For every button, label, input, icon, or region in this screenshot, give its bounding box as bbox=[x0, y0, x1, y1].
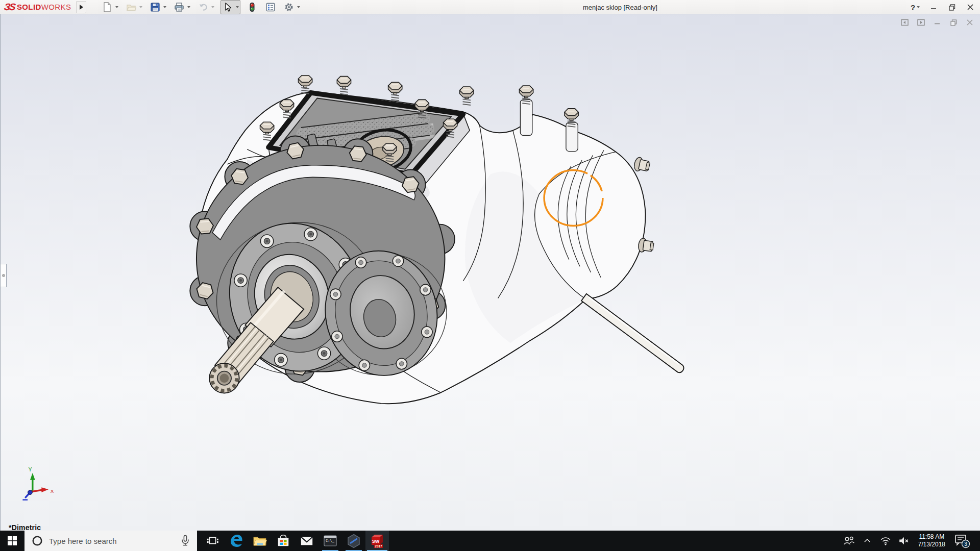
task-view-button[interactable] bbox=[201, 531, 225, 551]
chevron-up-icon bbox=[862, 535, 873, 546]
close-button[interactable] bbox=[963, 1, 978, 13]
start-button[interactable] bbox=[0, 531, 24, 551]
action-center-icon: 3 bbox=[953, 532, 970, 549]
tray-expand-button[interactable] bbox=[859, 531, 875, 551]
select-cursor-icon bbox=[223, 2, 233, 12]
save-button[interactable] bbox=[149, 1, 162, 14]
restore-button[interactable] bbox=[944, 1, 960, 13]
undo-button[interactable] bbox=[197, 1, 210, 14]
windows-logo-icon bbox=[8, 536, 17, 545]
volume-button[interactable] bbox=[896, 531, 912, 551]
search-placeholder: Type here to search bbox=[49, 537, 174, 545]
graphics-area[interactable]: Y X bbox=[0, 14, 980, 531]
undo-dropdown[interactable] bbox=[210, 1, 215, 14]
titlebar: ЗS SOLIDWORKS bbox=[0, 0, 980, 14]
doc-restore-icon bbox=[950, 19, 957, 26]
store-icon bbox=[276, 534, 290, 548]
save-floppy-icon bbox=[150, 2, 160, 12]
options-button[interactable] bbox=[282, 1, 296, 14]
doc-minimize-icon bbox=[934, 19, 940, 26]
print-dropdown[interactable] bbox=[186, 1, 191, 14]
taskbar-clock[interactable]: 11:58 AM 7/13/2018 bbox=[914, 533, 949, 548]
window-controls: ? bbox=[908, 0, 978, 14]
new-document-dropdown[interactable] bbox=[114, 1, 119, 14]
action-center-button[interactable]: 3 bbox=[951, 531, 972, 551]
select-tool-dropdown[interactable] bbox=[234, 1, 240, 14]
svg-text:C:\_: C:\_ bbox=[326, 539, 335, 543]
taskbar-app-edge[interactable] bbox=[225, 531, 248, 551]
minimize-icon bbox=[930, 4, 937, 10]
new-document-button[interactable] bbox=[101, 1, 114, 14]
notification-badge: 3 bbox=[964, 541, 967, 547]
volume-muted-icon bbox=[898, 535, 910, 547]
solidworks-window: ЗS SOLIDWORKS bbox=[0, 0, 980, 551]
mail-icon bbox=[300, 534, 314, 548]
wifi-icon bbox=[879, 535, 892, 547]
edge-icon bbox=[229, 533, 244, 548]
task-view-icon bbox=[206, 534, 220, 548]
help-dropdown-icon bbox=[917, 6, 920, 8]
pane-right-icon bbox=[917, 19, 925, 26]
save-dropdown[interactable] bbox=[162, 1, 167, 14]
open-folder-icon bbox=[126, 2, 136, 12]
triad-x-label: X bbox=[51, 488, 54, 494]
pane-right-button[interactable] bbox=[915, 17, 927, 28]
document-title: menjac sklop [Read-only] bbox=[583, 4, 657, 11]
clock-time: 11:58 AM bbox=[919, 533, 944, 541]
microphone-icon[interactable] bbox=[179, 534, 192, 548]
rebuild-traffic-light-icon bbox=[247, 2, 257, 12]
pane-left-button[interactable] bbox=[898, 17, 911, 28]
doc-minimize-button[interactable] bbox=[931, 17, 943, 28]
open-document-button[interactable] bbox=[125, 1, 138, 14]
print-button[interactable] bbox=[173, 1, 186, 14]
taskbar-app-store[interactable] bbox=[272, 531, 295, 551]
options-gear-icon bbox=[284, 2, 294, 12]
system-tray: 11:58 AM 7/13/2018 3 bbox=[841, 531, 980, 551]
solidworks-logo: ЗS SOLIDWORKS bbox=[0, 0, 76, 14]
hexagon-app-icon bbox=[346, 533, 361, 548]
solidworks-app-icon: SW 2017 bbox=[370, 533, 385, 548]
command-prompt-icon: C:\_ bbox=[323, 533, 338, 548]
close-icon bbox=[967, 4, 973, 10]
pane-left-icon bbox=[901, 19, 909, 26]
taskbar-app-hex[interactable] bbox=[342, 531, 365, 551]
orientation-triad: Y X bbox=[22, 466, 54, 499]
doc-close-icon bbox=[967, 19, 973, 26]
select-tool-button[interactable] bbox=[221, 1, 234, 14]
doc-close-button[interactable] bbox=[964, 17, 976, 28]
taskbar-app-mail[interactable] bbox=[295, 531, 318, 551]
open-document-dropdown[interactable] bbox=[138, 1, 143, 14]
solidworks-brand-text: SOLIDWORKS bbox=[17, 3, 71, 11]
undo-icon bbox=[198, 2, 208, 12]
feature-panel-collapsed-tab[interactable] bbox=[1, 264, 7, 287]
taskbar-search[interactable]: Type here to search bbox=[24, 531, 197, 551]
file-properties-icon bbox=[265, 2, 276, 12]
clock-date: 7/13/2018 bbox=[918, 541, 945, 548]
print-icon bbox=[174, 2, 184, 12]
network-button[interactable] bbox=[877, 531, 894, 551]
gearbox-model[interactable] bbox=[190, 76, 683, 404]
svg-text:SW: SW bbox=[372, 539, 380, 544]
help-button[interactable]: ? bbox=[908, 1, 923, 13]
panel-tab-grip-icon bbox=[2, 274, 5, 277]
taskbar-apps: C:\_ SW 2017 bbox=[201, 531, 389, 551]
doc-restore-button[interactable] bbox=[947, 17, 960, 28]
toolbar-flyout-button[interactable] bbox=[76, 1, 86, 13]
rebuild-button[interactable] bbox=[246, 1, 259, 14]
taskbar-app-command-prompt[interactable]: C:\_ bbox=[318, 531, 342, 551]
file-properties-button[interactable] bbox=[264, 1, 277, 14]
people-button[interactable] bbox=[841, 531, 857, 551]
model-canvas[interactable]: Y X bbox=[1, 14, 980, 531]
taskbar-app-solidworks[interactable]: SW 2017 bbox=[365, 531, 389, 551]
windows-taskbar: Type here to search bbox=[0, 531, 980, 551]
flyout-arrow-icon bbox=[80, 5, 83, 10]
quick-access-toolbar bbox=[101, 0, 305, 14]
svg-text:2017: 2017 bbox=[375, 544, 382, 548]
taskbar-app-file-explorer[interactable] bbox=[248, 531, 272, 551]
solidworks-logo-icon: ЗS bbox=[3, 2, 15, 13]
options-dropdown[interactable] bbox=[296, 1, 301, 14]
file-explorer-icon bbox=[252, 533, 267, 548]
minimize-button[interactable] bbox=[926, 1, 941, 13]
people-icon bbox=[842, 534, 855, 547]
triad-y-label: Y bbox=[28, 466, 32, 472]
